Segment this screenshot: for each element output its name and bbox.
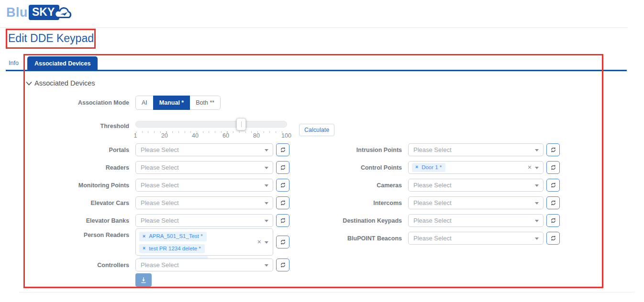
field-label: Intercoms xyxy=(301,200,408,206)
blupoint-beacons-row: BluPOINT Beacons Please Select xyxy=(301,232,560,245)
card-bottom-border xyxy=(19,292,635,292)
select-placeholder: Please Select xyxy=(141,261,179,269)
select-placeholder: Please Select xyxy=(141,199,179,206)
tick-label: 20 xyxy=(161,132,168,139)
tag-label: test PR 1234 delete * xyxy=(149,246,201,252)
intercoms-refresh-button[interactable] xyxy=(546,196,560,209)
select-placeholder: Please Select xyxy=(141,182,179,189)
chevron-down-icon xyxy=(265,202,268,205)
elevator-banks-select[interactable]: Please Select xyxy=(135,214,273,227)
download-button[interactable] xyxy=(135,273,152,287)
field-label: Threshold xyxy=(26,123,135,129)
field-label: Control Points xyxy=(301,164,408,171)
tick-label: 40 xyxy=(192,132,199,139)
blupoint-beacons-refresh-button[interactable] xyxy=(546,232,560,245)
threshold-ruler: 1 20 40 60 80 100 xyxy=(135,130,287,139)
control-points-select[interactable]: × Door 1 * × xyxy=(408,161,544,174)
cloud-plane-icon xyxy=(53,4,74,21)
person-readers-select[interactable]: × APRA_501_S1_Test * × test PR 1234 dele… xyxy=(135,228,273,256)
mode-ai-button[interactable]: AI xyxy=(135,96,154,110)
field-label: BluPOINT Beacons xyxy=(301,235,408,242)
associated-devices-section-toggle[interactable]: Associated Devices xyxy=(26,79,95,87)
select-placeholder: Please Select xyxy=(413,217,452,224)
tick-label: 1 xyxy=(134,132,137,139)
person-readers-refresh-button[interactable] xyxy=(276,236,289,248)
intercoms-row: Intercoms Please Select xyxy=(301,196,560,209)
tag-remove-icon[interactable]: × xyxy=(143,234,145,239)
field-label: Destination Keypads xyxy=(301,217,408,224)
portals-row: Portals Please Select xyxy=(26,143,289,156)
elevator-cars-select[interactable]: Please Select xyxy=(135,196,273,209)
mode-manual-button[interactable]: Manual * xyxy=(153,96,190,110)
portals-refresh-button[interactable] xyxy=(276,143,289,156)
blusky-logo[interactable]: Blu SKY xyxy=(6,4,74,21)
refresh-icon xyxy=(550,200,556,206)
refresh-icon xyxy=(280,217,286,224)
field-label: Elevator Banks xyxy=(26,217,135,224)
field-label: Cameras xyxy=(301,182,408,189)
chevron-down-icon xyxy=(535,149,539,151)
logo-text-blu: Blu xyxy=(6,5,28,20)
refresh-icon xyxy=(280,262,286,268)
tag-remove-icon[interactable]: × xyxy=(143,246,145,251)
controllers-refresh-button[interactable] xyxy=(276,259,289,271)
clear-selection-icon[interactable]: × xyxy=(257,238,261,245)
control-points-refresh-button[interactable] xyxy=(546,161,560,174)
monitoring-points-refresh-button[interactable] xyxy=(276,179,289,192)
destination-keypads-select[interactable]: Please Select xyxy=(408,214,544,227)
refresh-icon xyxy=(550,182,556,188)
blupoint-beacons-select[interactable]: Please Select xyxy=(408,232,544,245)
intrusion-points-refresh-button[interactable] xyxy=(546,143,560,156)
calculate-button[interactable]: Calculate xyxy=(299,124,334,136)
elevator-banks-refresh-button[interactable] xyxy=(276,214,289,227)
chevron-down-icon xyxy=(265,149,268,151)
refresh-icon xyxy=(280,147,286,153)
destination-keypads-refresh-button[interactable] xyxy=(546,214,560,227)
select-placeholder: Please Select xyxy=(413,235,452,242)
tab-underline xyxy=(6,70,627,71)
elevator-cars-row: Elevator Cars Please Select xyxy=(26,196,289,209)
elevator-banks-row: Elevator Banks Please Select xyxy=(26,214,289,227)
mode-both-button[interactable]: Both ** xyxy=(189,96,221,110)
intrusion-points-select[interactable]: Please Select xyxy=(408,143,544,156)
edit-dde-keypad-page: Blu SKY Edit DDE Keypad Info Associated … xyxy=(0,0,644,302)
header-divider xyxy=(0,27,628,28)
tag-label: APRA_501_S1_Test * xyxy=(149,233,203,239)
threshold-label-row: Threshold xyxy=(26,119,135,132)
controllers-select[interactable]: Please Select xyxy=(135,259,273,271)
elevator-cars-refresh-button[interactable] xyxy=(276,196,289,209)
tab-associated-devices[interactable]: Associated Devices xyxy=(27,56,98,71)
field-label: Portals xyxy=(26,147,135,153)
field-label: Readers xyxy=(26,164,135,171)
clear-selection-icon[interactable]: × xyxy=(528,164,532,171)
tick-label: 100 xyxy=(281,132,291,139)
tag-remove-icon[interactable]: × xyxy=(415,164,418,170)
field-label: Person Readers xyxy=(26,228,135,238)
chevron-down-icon xyxy=(265,220,268,222)
select-placeholder: Please Select xyxy=(413,182,452,189)
field-label: Elevator Cars xyxy=(26,200,135,206)
monitoring-points-select[interactable]: Please Select xyxy=(135,179,273,192)
readers-select[interactable]: Please Select xyxy=(135,161,273,174)
destination-keypads-row: Destination Keypads Please Select xyxy=(301,214,560,227)
section-header-label: Associated Devices xyxy=(34,79,95,87)
cameras-row: Cameras Please Select xyxy=(301,179,560,192)
intercoms-select[interactable]: Please Select xyxy=(408,196,544,209)
readers-refresh-button[interactable] xyxy=(276,161,289,174)
portals-select[interactable]: Please Select xyxy=(135,143,273,156)
refresh-icon xyxy=(550,217,556,224)
download-icon xyxy=(140,277,147,284)
person-readers-row: Person Readers × APRA_501_S1_Test * × te… xyxy=(26,228,289,256)
selected-tag: × APRA_501_S1_Test * xyxy=(139,232,207,241)
tag-label: Door 1 * xyxy=(422,164,442,171)
selected-tag: × Door 1 * xyxy=(412,163,445,173)
tab-info[interactable]: Info xyxy=(9,60,19,66)
threshold-slider-track[interactable] xyxy=(135,121,287,128)
cameras-refresh-button[interactable] xyxy=(546,179,560,192)
refresh-icon xyxy=(280,182,286,188)
chevron-down-icon xyxy=(26,81,32,86)
tick-label: 60 xyxy=(222,132,229,139)
select-placeholder: Please Select xyxy=(141,164,179,171)
threshold-slider-handle[interactable] xyxy=(236,118,246,130)
cameras-select[interactable]: Please Select xyxy=(408,179,544,192)
